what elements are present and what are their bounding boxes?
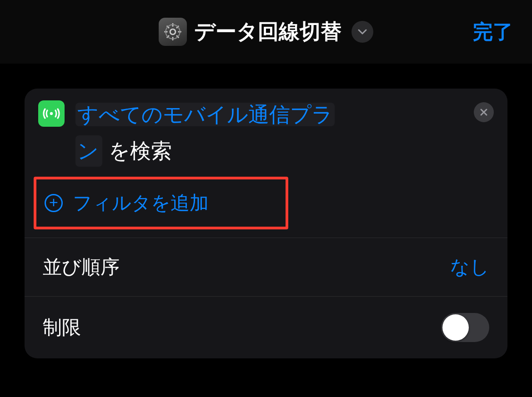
add-filter-button[interactable]: フィルタを追加 [34, 177, 288, 229]
search-suffix: を検索 [109, 139, 172, 163]
limit-toggle[interactable] [441, 313, 489, 342]
search-token-line1[interactable]: すべてのモバイル通信プラ [75, 103, 335, 126]
settings-app-icon [159, 18, 187, 46]
svg-point-0 [170, 29, 176, 35]
close-icon [479, 108, 488, 117]
limit-label: 制限 [43, 315, 81, 340]
header-bar: データ回線切替 完了 [0, 0, 532, 64]
done-button[interactable]: 完了 [473, 19, 513, 45]
toggle-knob [442, 314, 469, 341]
sort-order-value[interactable]: なし [450, 254, 489, 280]
search-text: すべてのモバイル通信プラ ン を検索 [75, 99, 494, 167]
clear-button[interactable] [474, 102, 494, 122]
limit-row: 制限 [25, 297, 507, 358]
cellular-icon [38, 100, 65, 127]
header-title-group[interactable]: データ回線切替 [159, 18, 373, 46]
sort-order-label: 並び順序 [43, 254, 120, 280]
action-panel: すべてのモバイル通信プラ ン を検索 フィルタを追加 並び順序 なし 制限 [25, 89, 507, 358]
plus-circle-icon [45, 194, 63, 212]
add-filter-label: フィルタを追加 [73, 190, 209, 216]
svg-point-2 [50, 112, 53, 115]
page-title: データ回線切替 [194, 18, 341, 46]
content: すべてのモバイル通信プラ ン を検索 フィルタを追加 並び順序 なし 制限 [0, 64, 532, 358]
search-token-line2[interactable]: ン [75, 135, 102, 167]
search-row[interactable]: すべてのモバイル通信プラ ン を検索 [25, 89, 507, 171]
chevron-down-icon[interactable] [351, 21, 373, 43]
sort-order-row[interactable]: 並び順序 なし [25, 238, 507, 297]
svg-point-1 [166, 25, 180, 39]
